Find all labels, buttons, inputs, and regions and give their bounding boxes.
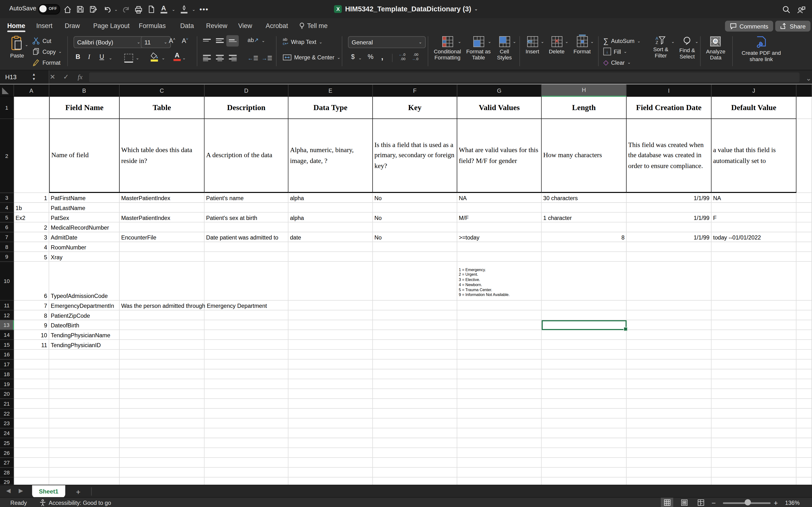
cell-J24[interactable] — [711, 428, 796, 438]
cell-D20[interactable] — [204, 389, 288, 399]
conditional-formatting-caret-icon[interactable]: ⌄ — [458, 39, 461, 44]
cell-E26[interactable] — [289, 448, 373, 458]
cell-A9[interactable]: 5 — [14, 252, 49, 262]
cell-G5[interactable]: M/F — [457, 213, 542, 223]
cell-H21[interactable] — [542, 399, 626, 409]
comments-button[interactable]: Comments — [725, 21, 773, 32]
cell-B13[interactable]: DateofBirth — [49, 320, 120, 330]
decrease-indent-icon[interactable]: ←☰ — [248, 55, 258, 62]
cell-H10[interactable] — [542, 262, 626, 300]
row-header-25[interactable]: 25 — [0, 438, 14, 448]
cell-F25[interactable] — [373, 438, 457, 448]
cell-A20[interactable] — [14, 389, 49, 399]
cell-H19[interactable] — [542, 379, 626, 389]
row-header-20[interactable]: 20 — [0, 389, 14, 399]
cell-I14[interactable] — [627, 330, 711, 340]
format-painter-button[interactable]: Format — [32, 58, 61, 66]
cell-C3[interactable]: MasterPatientIndex — [120, 193, 204, 203]
cell-J3[interactable]: NA — [711, 193, 796, 203]
insert-cells-button[interactable]: ⇐ Insert — [522, 36, 543, 55]
cell-E27[interactable] — [289, 458, 373, 468]
cell-F2[interactable]: Is this a field that is used as a primar… — [373, 119, 457, 193]
cell-C1[interactable]: Table — [120, 97, 204, 119]
cell-A3[interactable]: 1 — [14, 193, 49, 203]
decrease-font-icon[interactable]: A˅ — [182, 37, 188, 44]
cell-F12[interactable] — [373, 311, 457, 320]
cell-E18[interactable] — [289, 370, 373, 379]
cell-H20[interactable] — [542, 389, 626, 399]
tab-tell-me[interactable]: Tell me — [299, 18, 327, 33]
cell-G1[interactable]: Valid Values — [457, 97, 542, 119]
find-select-caret-icon[interactable]: ⌄ — [695, 39, 698, 44]
cell-F4[interactable] — [373, 203, 457, 213]
cell-F22[interactable] — [373, 409, 457, 418]
cell-I24[interactable] — [627, 428, 711, 438]
cell-I1[interactable]: Field Creation Date — [627, 97, 711, 119]
row-header-9[interactable]: 9 — [0, 252, 14, 262]
cell-A18[interactable] — [14, 370, 49, 379]
cell-E12[interactable] — [289, 311, 373, 320]
font-size-select[interactable]: 11⌄ — [141, 36, 171, 48]
cell-J14[interactable] — [711, 330, 796, 340]
paste-button[interactable]: Paste — [5, 36, 29, 59]
col-header-A[interactable]: A — [14, 84, 49, 97]
cell-D25[interactable] — [204, 438, 288, 448]
cell-H24[interactable] — [542, 428, 626, 438]
cell-D19[interactable] — [204, 379, 288, 389]
cell-B2[interactable]: Name of field — [49, 119, 120, 193]
cell-I25[interactable] — [627, 438, 711, 448]
cell-C28[interactable] — [120, 468, 204, 477]
cell-C27[interactable] — [120, 458, 204, 468]
cell-C2[interactable]: Which table does this data reside in? — [120, 119, 204, 193]
orientation-icon[interactable]: ab↗ — [248, 37, 259, 44]
cell-J15[interactable] — [711, 340, 796, 350]
cell-F8[interactable] — [373, 242, 457, 252]
row-header-10[interactable]: 10 — [0, 262, 14, 300]
cell-A7[interactable]: 3 — [14, 232, 49, 242]
cell-F13[interactable] — [373, 320, 457, 330]
cell-I11[interactable] — [627, 300, 711, 311]
cell-D4[interactable] — [204, 203, 288, 213]
cell-H22[interactable] — [542, 409, 626, 418]
tab-view[interactable]: View — [238, 18, 252, 33]
format-cells-caret-icon[interactable]: ⌄ — [591, 39, 594, 44]
fill-color-button[interactable] — [150, 52, 158, 61]
cell-partial13[interactable] — [797, 320, 812, 330]
cell-D18[interactable] — [204, 370, 288, 379]
cell-partial17[interactable] — [797, 359, 812, 370]
cell-C13[interactable] — [120, 320, 204, 330]
cell-C29[interactable] — [120, 477, 204, 485]
cell-I2[interactable]: This field was created when the database… — [627, 119, 711, 193]
cell-E22[interactable] — [289, 409, 373, 418]
cell-I8[interactable] — [627, 242, 711, 252]
row-header-3[interactable]: 3 — [0, 193, 14, 203]
cell-G22[interactable] — [457, 409, 542, 418]
col-header-F[interactable]: F — [373, 84, 457, 97]
cell-A1[interactable] — [14, 97, 49, 119]
cell-G2[interactable]: What are valid values for this field? M/… — [457, 119, 542, 193]
currency-caret-icon[interactable]: ⌄ — [358, 56, 362, 60]
cell-A23[interactable] — [14, 418, 49, 429]
cell-I15[interactable] — [627, 340, 711, 350]
cell-C24[interactable] — [120, 428, 204, 438]
cell-I9[interactable] — [627, 252, 711, 262]
cell-A28[interactable] — [14, 468, 49, 477]
cell-G21[interactable] — [457, 399, 542, 409]
cell-A24[interactable] — [14, 428, 49, 438]
cell-B25[interactable] — [49, 438, 120, 448]
cell-I29[interactable] — [627, 477, 711, 485]
cell-partial25[interactable] — [797, 438, 812, 448]
cell-H15[interactable] — [542, 340, 626, 350]
zoom-out-button[interactable]: − — [711, 498, 716, 507]
cell-D22[interactable] — [204, 409, 288, 418]
cell-G7[interactable]: >=today — [457, 232, 542, 242]
currency-icon[interactable]: $ — [351, 53, 355, 61]
cell-G25[interactable] — [457, 438, 542, 448]
select-all-corner[interactable] — [0, 84, 14, 97]
align-right-icon[interactable] — [229, 55, 237, 61]
cell-D26[interactable] — [204, 448, 288, 458]
fill-button[interactable]: ↓Fill⌄ — [603, 48, 627, 55]
cell-partial2[interactable] — [797, 119, 812, 193]
cell-F28[interactable] — [373, 468, 457, 477]
cell-I27[interactable] — [627, 458, 711, 468]
